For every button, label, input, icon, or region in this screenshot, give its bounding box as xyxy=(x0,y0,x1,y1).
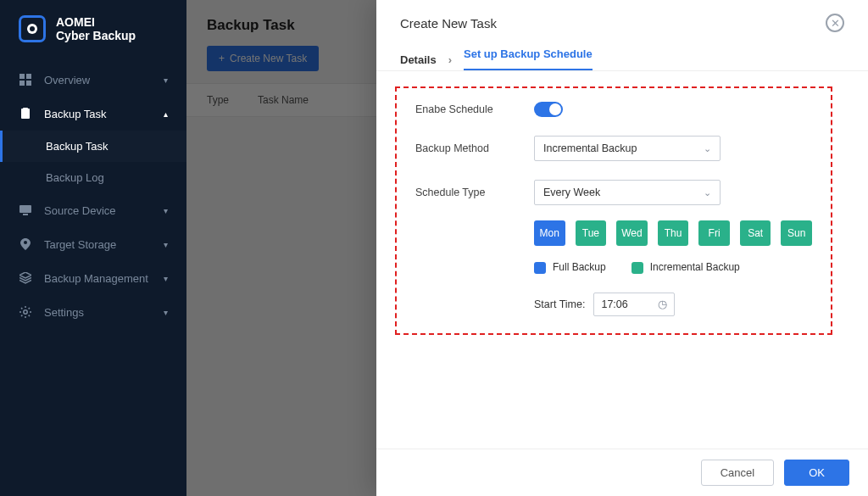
weekday-picker: Mon Tue Wed Thu Fri Sat Sun xyxy=(534,220,812,246)
chevron-down-icon: ▾ xyxy=(164,206,168,215)
sidebar-item-label: Backup Task xyxy=(44,108,106,120)
day-label: Fri xyxy=(709,227,721,239)
svg-rect-6 xyxy=(19,205,31,213)
drawer-footer: Cancel OK xyxy=(376,449,868,496)
row-schedule-type: Schedule Type Every Week ⌄ xyxy=(415,180,812,205)
schedule-highlight-box: Enabe Schedule Backup Method Incremental… xyxy=(395,86,832,335)
schedule-type-value: Every Week xyxy=(543,187,600,198)
label-schedule-type: Schedule Type xyxy=(415,187,534,198)
label-enable-schedule: Enabe Schedule xyxy=(415,103,534,115)
legend-incremental: Incremental Backup xyxy=(632,261,740,274)
clipboard-icon xyxy=(19,107,32,120)
day-label: Sat xyxy=(748,227,763,239)
sidebar-item-label: Settings xyxy=(44,306,84,319)
sidebar-item-label: Target Storage xyxy=(44,238,116,251)
svg-rect-1 xyxy=(26,74,31,79)
layers-icon xyxy=(19,271,32,285)
chevron-down-icon: ▾ xyxy=(164,274,168,283)
step-details[interactable]: Details xyxy=(400,53,437,66)
sidebar-item-label: Overview xyxy=(44,74,90,86)
day-tue[interactable]: Tue xyxy=(576,220,607,246)
legend-full-label: Full Backup xyxy=(553,261,606,273)
sidebar-item-settings[interactable]: Settings ▾ xyxy=(0,295,186,329)
sidebar-item-overview[interactable]: Overview ▾ xyxy=(0,63,186,97)
chevron-down-icon: ⌄ xyxy=(704,187,711,198)
svg-point-9 xyxy=(24,310,27,314)
day-sun[interactable]: Sun xyxy=(781,220,812,246)
start-time-value: 17:06 xyxy=(601,298,627,310)
schedule-type-select[interactable]: Every Week ⌄ xyxy=(534,180,721,205)
legend-swatch-incr-icon xyxy=(632,262,643,274)
svg-point-8 xyxy=(24,241,27,244)
legend-full: Full Backup xyxy=(534,261,606,274)
svg-rect-3 xyxy=(26,81,31,86)
sidebar-item-backup-management[interactable]: Backup Management ▾ xyxy=(0,261,186,295)
legend: Full Backup Incremental Backup xyxy=(534,261,812,274)
cancel-button[interactable]: Cancel xyxy=(701,460,774,486)
sidebar-sub-label: Backup Task xyxy=(46,140,108,153)
label-backup-method: Backup Method xyxy=(415,142,534,154)
sidebar-sub-label: Backup Log xyxy=(46,171,104,184)
location-icon xyxy=(19,237,32,251)
chevron-right-icon: › xyxy=(448,53,452,66)
day-mon[interactable]: Mon xyxy=(534,220,565,246)
sidebar-sub-backup-log[interactable]: Backup Log xyxy=(0,162,186,193)
day-sat[interactable]: Sat xyxy=(740,220,771,246)
svg-rect-5 xyxy=(23,108,28,110)
main-area: Backup Task + Create New Task Type Task … xyxy=(186,0,868,496)
backup-method-select[interactable]: Incremental Backup ⌄ xyxy=(534,136,721,161)
sidebar-item-label: Source Device xyxy=(44,204,116,217)
close-button[interactable]: ✕ xyxy=(826,14,844,32)
day-label: Sun xyxy=(787,227,805,239)
brand-line1: AOMEI xyxy=(56,15,136,29)
sidebar-item-backup-task[interactable]: Backup Task ▴ xyxy=(0,97,186,131)
clock-icon: ◷ xyxy=(658,298,667,310)
step-schedule[interactable]: Set up Backup Schedule xyxy=(464,47,593,71)
toggle-knob-icon xyxy=(549,103,561,115)
day-thu[interactable]: Thu xyxy=(658,220,689,246)
enable-schedule-toggle[interactable] xyxy=(534,102,563,117)
brand-logo-icon xyxy=(19,15,46,42)
chevron-down-icon: ▾ xyxy=(164,75,168,85)
drawer-title: Create New Task xyxy=(400,16,497,31)
legend-incr-label: Incremental Backup xyxy=(650,261,740,273)
drawer-body: Enabe Schedule Backup Method Incremental… xyxy=(376,71,868,449)
sidebar-item-label: Backup Management xyxy=(44,272,148,285)
start-time-input[interactable]: 17:06 ◷ xyxy=(593,293,675,316)
monitor-icon xyxy=(19,203,32,217)
gear-icon xyxy=(19,305,32,319)
sidebar: AOMEI Cyber Backup Overview ▾ Backup Tas… xyxy=(0,0,186,496)
brand: AOMEI Cyber Backup xyxy=(0,0,186,58)
create-task-drawer: Create New Task ✕ Details › Set up Backu… xyxy=(376,0,868,496)
sidebar-item-target-storage[interactable]: Target Storage ▾ xyxy=(0,227,186,261)
sidebar-sub-backup-task[interactable]: Backup Task xyxy=(0,131,186,162)
dashboard-icon xyxy=(19,73,32,86)
day-label: Wed xyxy=(621,227,642,239)
label-start-time: Start Time: xyxy=(534,298,585,310)
cancel-label: Cancel xyxy=(721,466,754,479)
svg-rect-2 xyxy=(19,81,25,86)
row-enable-schedule: Enabe Schedule xyxy=(415,102,812,117)
row-backup-method: Backup Method Incremental Backup ⌄ xyxy=(415,136,812,161)
steps-breadcrumb: Details › Set up Backup Schedule xyxy=(376,32,868,71)
sidebar-nav: Overview ▾ Backup Task ▴ Backup Task Bac… xyxy=(0,58,186,496)
ok-label: OK xyxy=(809,466,825,479)
close-icon: ✕ xyxy=(831,18,840,29)
day-fri[interactable]: Fri xyxy=(698,220,730,246)
brand-text: AOMEI Cyber Backup xyxy=(56,15,136,42)
row-start-time: Start Time: 17:06 ◷ xyxy=(534,293,812,316)
svg-rect-0 xyxy=(19,74,25,79)
chevron-up-icon: ▴ xyxy=(164,109,168,119)
chevron-down-icon: ▾ xyxy=(164,240,168,249)
legend-swatch-full-icon xyxy=(534,262,546,274)
day-label: Mon xyxy=(540,227,559,239)
chevron-down-icon: ▾ xyxy=(164,308,168,317)
ok-button[interactable]: OK xyxy=(784,460,849,486)
drawer-header: Create New Task ✕ xyxy=(376,0,868,32)
day-wed[interactable]: Wed xyxy=(616,220,648,246)
brand-line2: Cyber Backup xyxy=(56,29,136,42)
backup-method-value: Incremental Backup xyxy=(543,142,637,154)
chevron-down-icon: ⌄ xyxy=(704,143,711,154)
svg-rect-7 xyxy=(23,214,28,215)
sidebar-item-source-device[interactable]: Source Device ▾ xyxy=(0,193,186,227)
